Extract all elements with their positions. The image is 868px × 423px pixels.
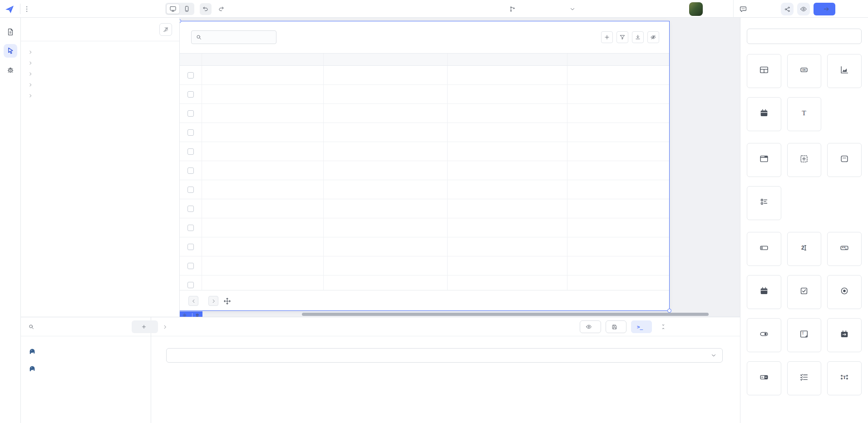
download-icon[interactable] — [632, 31, 644, 43]
tooljet-logo-icon[interactable] — [4, 0, 15, 18]
code-line[interactable] — [167, 373, 182, 383]
pages-icon[interactable] — [4, 25, 17, 39]
table-row[interactable] — [180, 180, 669, 199]
inspect-cursor-icon[interactable] — [4, 44, 17, 58]
previous-page-button[interactable] — [188, 296, 198, 306]
select-all-cell[interactable] — [180, 54, 202, 65]
component-card-toggle-switch[interactable] — [747, 318, 781, 352]
component-card-table[interactable] — [747, 54, 781, 88]
table-row[interactable] — [180, 66, 669, 85]
component-card-date-picker-form[interactable] — [747, 275, 781, 309]
component-card-password-input[interactable]: ** — [827, 232, 862, 266]
code-line[interactable] — [167, 403, 182, 413]
row-checkbox[interactable] — [187, 91, 194, 98]
component-card-modal[interactable] — [747, 143, 781, 177]
table-row[interactable] — [180, 218, 669, 237]
version-selector[interactable] — [509, 0, 521, 18]
query-item-count[interactable] — [24, 343, 148, 360]
resize-handle-bottom-right[interactable] — [667, 309, 671, 313]
table-row[interactable] — [180, 85, 669, 104]
mobile-layout-button[interactable] — [180, 4, 193, 14]
row-checkbox[interactable] — [187, 72, 194, 79]
component-card-dropdown[interactable] — [747, 361, 781, 395]
table-row[interactable] — [180, 199, 669, 218]
inspector-node-variables[interactable] — [28, 79, 179, 90]
query-search-input[interactable] — [28, 317, 38, 336]
component-card-text-input[interactable] — [747, 232, 781, 266]
component-card-text[interactable]: T — [787, 97, 822, 131]
run-button[interactable]: >_ — [631, 320, 652, 333]
widget-badge[interactable] — [180, 311, 202, 317]
component-card-multiselect[interactable] — [787, 361, 822, 395]
code-line[interactable] — [167, 393, 182, 403]
column-header-email[interactable] — [324, 54, 448, 65]
table-row[interactable] — [180, 161, 669, 180]
table-widget[interactable] — [180, 21, 670, 311]
table-search-input[interactable] — [191, 30, 276, 44]
component-card-list-view[interactable] — [747, 186, 781, 220]
row-checkbox[interactable] — [187, 263, 194, 269]
add-query-button[interactable] — [132, 320, 158, 333]
component-card-range-picker[interactable] — [827, 318, 862, 352]
component-card-tabs[interactable] — [827, 143, 862, 177]
code-line[interactable] — [167, 383, 182, 393]
component-card-chart[interactable] — [827, 54, 862, 88]
canvas-horizontal-scrollbar[interactable] — [302, 313, 709, 316]
table-row[interactable] — [180, 237, 669, 256]
row-checkbox[interactable] — [187, 129, 194, 136]
table-row[interactable] — [180, 123, 669, 142]
column-header-id[interactable] — [202, 54, 324, 65]
component-card-radio-button[interactable] — [827, 275, 862, 309]
component-card-date-picker[interactable] — [747, 97, 781, 131]
trash-icon[interactable] — [195, 313, 199, 317]
save-button[interactable] — [606, 320, 626, 333]
unpin-icon[interactable] — [159, 23, 172, 36]
table-row[interactable] — [180, 275, 669, 290]
inspector-node-queries[interactable] — [28, 47, 179, 58]
row-checkbox[interactable] — [187, 225, 194, 231]
add-row-button[interactable] — [601, 31, 613, 43]
undo-button[interactable] — [200, 3, 212, 15]
component-card-button[interactable]: OK — [787, 54, 822, 88]
table-row[interactable] — [180, 256, 669, 275]
release-button[interactable] — [814, 3, 835, 15]
debugger-bug-icon[interactable] — [4, 63, 17, 77]
desktop-layout-button[interactable] — [166, 4, 180, 14]
inspector-node-components[interactable] — [28, 58, 179, 69]
inspector-node-globals[interactable] — [28, 69, 179, 79]
row-checkbox[interactable] — [187, 282, 194, 288]
app-menu-kebab-icon[interactable] — [24, 0, 30, 18]
next-page-button[interactable] — [208, 296, 218, 306]
version-chevron-down-icon[interactable] — [569, 0, 576, 18]
components-search-input[interactable] — [747, 29, 862, 44]
row-checkbox[interactable] — [187, 187, 194, 193]
user-avatar[interactable] — [689, 2, 703, 16]
row-checkbox[interactable] — [187, 110, 194, 117]
hide-columns-eye-off-icon[interactable] — [647, 31, 659, 43]
redo-button[interactable] — [215, 3, 227, 15]
component-card-text-editor[interactable]: T — [827, 361, 862, 395]
filter-icon[interactable] — [616, 31, 628, 43]
row-checkbox[interactable] — [187, 206, 194, 212]
column-header-first-name[interactable] — [448, 54, 567, 65]
query-item-paginated-data[interactable] — [24, 360, 148, 377]
collapse-panel-icon[interactable] — [660, 324, 666, 330]
gear-icon[interactable] — [182, 313, 187, 317]
column-header-last-name[interactable] — [567, 54, 669, 65]
sql-code-editor[interactable] — [167, 373, 182, 413]
preview-button[interactable] — [580, 320, 601, 333]
table-row[interactable] — [180, 104, 669, 123]
share-button[interactable] — [781, 3, 794, 15]
component-card-number-input[interactable]: 2 — [787, 232, 822, 266]
app-canvas[interactable] — [180, 18, 740, 317]
component-card-textarea[interactable]: T — [787, 318, 822, 352]
component-card-container[interactable] — [787, 143, 822, 177]
preview-app-eye-icon[interactable] — [797, 3, 810, 15]
inspector-node-page[interactable] — [28, 90, 179, 101]
row-checkbox[interactable] — [187, 244, 194, 250]
row-checkbox[interactable] — [187, 167, 194, 174]
table-row[interactable] — [180, 142, 669, 161]
comments-icon[interactable] — [739, 0, 747, 18]
component-card-checkbox[interactable] — [787, 275, 822, 309]
row-checkbox[interactable] — [187, 148, 194, 155]
